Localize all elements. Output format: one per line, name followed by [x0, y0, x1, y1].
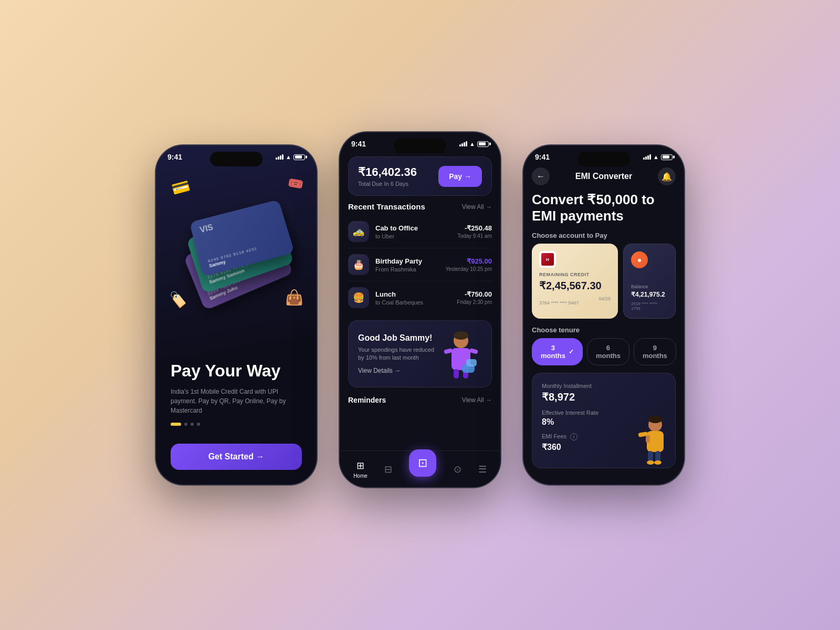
remaining-amount: ₹2,45,567.30 [539, 279, 611, 292]
transactions-header: Recent Transactions View All → [348, 202, 492, 211]
wifi-icon-2: ▲ [469, 141, 475, 147]
signal-bar [278, 156, 279, 160]
signal-bar [647, 155, 649, 160]
phone3-content: 9:41 ▲ ← [523, 145, 684, 485]
tenure-9-label: 9 months [643, 344, 667, 360]
bell-button[interactable]: 🔔 [658, 167, 676, 185]
nav-cards[interactable]: ⊟ [384, 464, 392, 475]
txn-sub-1: to Uber [375, 233, 451, 239]
dynamic-island-1 [210, 152, 262, 166]
monthly-installment-label: Monthly Installment [542, 383, 666, 389]
signal-bar [276, 158, 277, 160]
hdfc-card-number: 3764 **** **** 5467 [539, 300, 579, 306]
good-job-card: Good Job Sammy! Your spendings have redu… [348, 320, 492, 387]
svg-point-17 [654, 460, 662, 465]
get-started-button[interactable]: Get Started → [171, 444, 302, 470]
phone-dashboard: 9:41 ▲ [339, 131, 501, 488]
tenure-6-months[interactable]: 6 months [587, 338, 629, 365]
nav-stats[interactable]: ⊙ [454, 464, 461, 475]
signal-bar [466, 141, 467, 146]
choose-account-label: Choose account to Pay [532, 232, 676, 239]
txn-amount-1: -₹250.48 Today 9:41 am [457, 224, 492, 239]
emi-scroll: Convert ₹50,000 to EMI payments Choose a… [523, 192, 684, 485]
pay-button[interactable]: Pay → [438, 166, 482, 187]
remaining-label: Remaining Credit [539, 272, 611, 277]
onboard-text: Pay Your Way India's 1st Mobile Credit C… [156, 351, 317, 444]
txn-name-3: Lunch [375, 290, 450, 298]
txn-icon-1: 🚕 [348, 221, 369, 242]
back-icon: ← [537, 172, 545, 181]
other-bank-logo: ● [631, 251, 648, 268]
good-job-title: Good Job Sammy! [358, 333, 440, 343]
txn-amount-val-2: ₹925.00 [445, 257, 492, 265]
wifi-icon: ▲ [286, 154, 291, 160]
signal-bar [464, 142, 465, 146]
info-icon: i [570, 433, 578, 440]
good-job-sub: Your spendings have reduced by 10% from … [358, 346, 440, 362]
stats-icon: ⊙ [454, 464, 461, 475]
nav-home-label: Home [353, 473, 368, 479]
person-svg [440, 330, 482, 380]
transactions-view-all[interactable]: View All → [462, 203, 492, 211]
monthly-installment-row: Monthly Installment ₹8,972 [542, 383, 666, 403]
txn-sub-2: From Rashmika [375, 266, 439, 272]
reminders-label: Reminders [348, 396, 386, 404]
emi-title: EMI Converter [575, 172, 632, 181]
svg-rect-5 [454, 369, 459, 379]
signal-bar [461, 143, 463, 146]
signal-bars-2 [459, 141, 467, 146]
status-time-1: 9:41 [167, 153, 182, 161]
other-account-card[interactable]: ● Balance ₹4,21,975.2 2519 **** ***** 17… [623, 244, 676, 319]
nav-fab-button[interactable]: ⊡ [409, 449, 436, 477]
recent-transactions-section: Recent Transactions View All → 🚕 Cab to … [348, 202, 492, 314]
tenure-3-months[interactable]: 3 months ✓ [532, 338, 583, 365]
transaction-item-3: 🍔 Lunch to Coal Barbeques -₹750.00 Frida… [348, 281, 492, 314]
monthly-installment-value: ₹8,972 [542, 391, 666, 403]
txn-details-1: Cab to Office to Uber [375, 224, 451, 239]
floating-ticket-icon: 🎟️ [287, 175, 304, 193]
dot-1 [171, 423, 181, 426]
emi-header: ← EMI Converter 🔔 [523, 163, 684, 192]
reminders-view-all[interactable]: View All → [462, 396, 492, 404]
hdfc-account-card[interactable]: H Remaining Credit ₹2,45,567.30 3764 ***… [532, 244, 618, 319]
tenure-9-months[interactable]: 9 months [634, 338, 676, 365]
back-button[interactable]: ← [532, 167, 550, 185]
txn-amount-val-3: -₹750.00 [457, 290, 492, 298]
hdfc-logo-inner: H [541, 253, 554, 266]
txn-time-2: Yesterday 10:25 pm [445, 266, 492, 272]
status-icons-3: ▲ [643, 154, 673, 160]
view-details-link[interactable]: View Details → [358, 367, 440, 374]
emi-person-figure [633, 415, 670, 468]
due-amount: ₹16,402.36 [358, 165, 417, 179]
svg-rect-13 [646, 435, 650, 443]
nav-more[interactable]: ☰ [478, 464, 487, 475]
svg-rect-3 [444, 348, 453, 354]
dot-3 [191, 423, 194, 426]
floating-card-icon: 💳 [170, 177, 192, 198]
txn-name-2: Birthday Party [375, 257, 439, 265]
choose-tenure-section: Choose tenure 3 months ✓ 6 months 9 mont… [532, 326, 676, 365]
good-job-text: Good Job Sammy! Your spendings have redu… [358, 333, 440, 375]
dashboard-scroll: ₹16,402.36 Total Due In 6 Days Pay → Rec… [340, 150, 500, 450]
status-icons-1: ▲ [276, 154, 305, 160]
reminders-bar: Reminders View All → [348, 394, 492, 405]
txn-name-1: Cab to Office [375, 224, 451, 232]
status-time-3: 9:41 [535, 153, 550, 161]
signal-bar [282, 154, 284, 160]
pagination-dots [171, 423, 302, 426]
battery-fill-3 [663, 155, 670, 159]
home-icon: ⊞ [356, 460, 364, 471]
svg-point-16 [647, 460, 654, 465]
nav-home[interactable]: ⊞ Home [353, 460, 368, 479]
choose-account-section: Choose account to Pay H Remaining Credit… [532, 232, 676, 319]
due-info: ₹16,402.36 Total Due In 6 Days [358, 165, 417, 187]
signal-bar [645, 156, 647, 160]
other-balance-amount: ₹4,21,975.2 [631, 291, 668, 298]
floating-tag-icon: 🏷️ [169, 291, 188, 310]
txn-time-3: Friday 2:30 pm [457, 299, 492, 305]
txn-time-1: Today 9:41 am [457, 233, 492, 239]
transaction-item-1: 🚕 Cab to Office to Uber -₹250.48 Today 9… [348, 215, 492, 248]
status-icons-2: ▲ [459, 141, 489, 147]
cards-icon: ⊟ [384, 464, 392, 475]
floating-wallet-icon: 👜 [285, 289, 303, 306]
